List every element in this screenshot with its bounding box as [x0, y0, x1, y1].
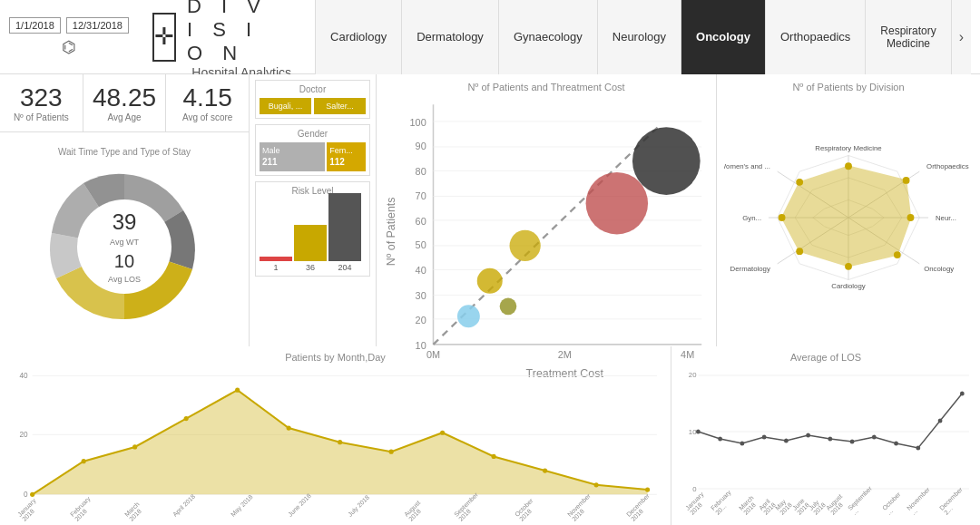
risk-bar-low — [328, 193, 361, 261]
left-panel: 323 Nº of Patients 48.25 Avg Age 4.15 Av… — [0, 74, 250, 346]
svg-point-89 — [718, 437, 722, 442]
svg-text:Nº of Patients: Nº of Patients — [385, 197, 397, 266]
svg-point-49 — [894, 251, 901, 258]
avg-los-value: 10 — [108, 250, 141, 271]
tab-respiratory[interactable]: RespiratoryMedicine — [866, 0, 951, 74]
avg-score-value: 4.15 — [182, 83, 232, 112]
top-row: 323 Nº of Patients 48.25 Avg Age 4.15 Av… — [0, 74, 980, 346]
svg-point-71 — [132, 444, 137, 449]
metric-avg-score: 4.15 Avg of score — [166, 74, 249, 131]
avg-los-title: Average of LOS — [681, 352, 971, 363]
avg-los-panel: Average of LOS 0 10 20 — [671, 346, 980, 525]
app-title: D I V I S I O N Hospital Analytics — [187, 0, 291, 80]
svg-point-76 — [389, 450, 394, 454]
doctor-btn-2[interactable]: Salter... — [314, 98, 366, 114]
svg-text:50: 50 — [416, 239, 426, 250]
doctor-title: Doctor — [260, 84, 366, 94]
los-xaxis: January2018 February20... March2018 Apri… — [681, 507, 971, 520]
svg-text:90: 90 — [416, 141, 426, 151]
male-label: Male — [262, 146, 322, 155]
svg-text:0: 0 — [692, 485, 697, 493]
svg-point-93 — [806, 433, 810, 438]
avg-age-value: 48.25 — [93, 83, 156, 112]
gender-female[interactable]: Fem... 112 — [327, 142, 366, 171]
scatter-svg: 10 20 30 40 50 60 70 80 90 100 0M 2M 4M … — [384, 96, 709, 381]
logo-box: ✛ — [152, 13, 176, 62]
date-range: 1/1/2018 12/31/2018 ⌬ — [9, 17, 129, 57]
tab-cardiology[interactable]: Cardiology — [316, 0, 402, 74]
svg-point-98 — [916, 446, 920, 451]
gender-filter: Gender Male 211 Fem... 112 — [255, 124, 370, 176]
svg-point-99 — [938, 419, 943, 423]
patients-month-panel: Patients by Month,Day 0 20 40 — [0, 346, 671, 525]
tab-oncology[interactable]: Oncology — [681, 0, 766, 74]
female-label: Fem... — [329, 146, 363, 155]
risk-bar-high — [260, 257, 292, 261]
metric-avg-age: 48.25 Avg Age — [83, 74, 167, 131]
svg-point-74 — [287, 425, 291, 430]
svg-point-97 — [894, 442, 898, 446]
medical-cross-icon: ✛ — [154, 23, 174, 51]
svg-point-72 — [184, 416, 189, 421]
svg-text:70: 70 — [416, 190, 426, 201]
metric-patients: 323 Nº of Patients — [0, 74, 83, 131]
donut-center: 39 Avg WT 10 Avg LOS — [108, 209, 141, 284]
tab-neurology[interactable]: Neurology — [598, 0, 681, 74]
svg-point-31 — [586, 172, 648, 234]
svg-point-48 — [907, 214, 915, 221]
tab-orthopaedics[interactable]: Orthopaedics — [766, 0, 866, 74]
tab-gynaecology[interactable]: Gynaecology — [499, 0, 598, 74]
svg-text:40: 40 — [19, 370, 28, 379]
svg-point-73 — [235, 388, 240, 393]
svg-text:60: 60 — [416, 216, 426, 227]
svg-text:Orthopaedics: Orthopaedics — [926, 162, 969, 170]
svg-text:2M: 2M — [558, 349, 572, 360]
svg-point-32 — [632, 127, 701, 195]
risk-filter: Risk Level 1 36 204 — [255, 181, 370, 277]
svg-text:30: 30 — [416, 290, 426, 301]
svg-text:Dermatology: Dermatology — [730, 265, 770, 273]
app-title-division: D I V I S I O N — [187, 0, 291, 65]
svg-point-28 — [457, 305, 480, 327]
risk-bar-3: 204 — [328, 193, 361, 272]
svg-text:Gyn...: Gyn... — [742, 214, 761, 222]
patients-value: 323 — [20, 83, 63, 112]
donut-area: Wait Time Type and Type of Stay — [0, 132, 249, 346]
gender-male[interactable]: Male 211 — [260, 142, 325, 171]
tab-dermatology[interactable]: Dermatology — [402, 0, 499, 74]
svg-point-70 — [82, 459, 86, 463]
svg-text:4M: 4M — [681, 349, 694, 360]
date-start[interactable]: 1/1/2018 — [9, 17, 61, 34]
svg-point-50 — [845, 263, 852, 270]
svg-point-29 — [477, 268, 503, 294]
radar-chart-area: Respiratory Medicine Orthopaedics Neur..… — [724, 96, 973, 339]
middle-panel: Doctor Bugali, ... Salter... Gender Male… — [250, 74, 377, 346]
nav-tabs: Cardiology Dermatology Gynaecology Neuro… — [315, 0, 971, 74]
svg-point-33 — [500, 298, 517, 316]
svg-point-47 — [903, 177, 910, 184]
risk-count-3: 204 — [338, 263, 351, 272]
svg-text:0M: 0M — [426, 349, 440, 360]
patients-xaxis: January2018 February2018 March2018 April… — [9, 513, 662, 525]
main-content: 323 Nº of Patients 48.25 Avg Age 4.15 Av… — [0, 74, 980, 525]
radar-panel: Nº of Patients by Division — [717, 74, 980, 346]
risk-bar-2: 36 — [294, 225, 327, 272]
svg-point-53 — [796, 179, 803, 186]
risk-bar-1: 1 — [260, 257, 292, 272]
svg-point-94 — [828, 437, 832, 442]
metrics-row: 323 Nº of Patients 48.25 Avg Age 4.15 Av… — [0, 74, 249, 132]
avg-age-label: Avg Age — [107, 112, 141, 122]
los-line-area: 0 10 20 — [681, 366, 971, 507]
doctor-filter: Doctor Bugali, ... Salter... — [255, 80, 370, 119]
svg-text:100: 100 — [410, 117, 426, 128]
nav-next-arrow[interactable]: › — [952, 0, 971, 74]
radar-svg: Respiratory Medicine Orthopaedics Neur..… — [724, 96, 973, 339]
svg-text:10: 10 — [689, 428, 697, 436]
svg-text:Oncology: Oncology — [924, 265, 954, 273]
doctor-btn-1[interactable]: Bugali, ... — [260, 98, 311, 114]
risk-count-2: 36 — [306, 263, 315, 272]
date-end[interactable]: 12/31/2018 — [66, 17, 129, 34]
svg-text:20: 20 — [19, 430, 28, 439]
scatter-panel: Nº of Patients and Threatment Cost — [377, 74, 717, 346]
scatter-title: Nº of Patients and Threatment Cost — [384, 82, 709, 92]
